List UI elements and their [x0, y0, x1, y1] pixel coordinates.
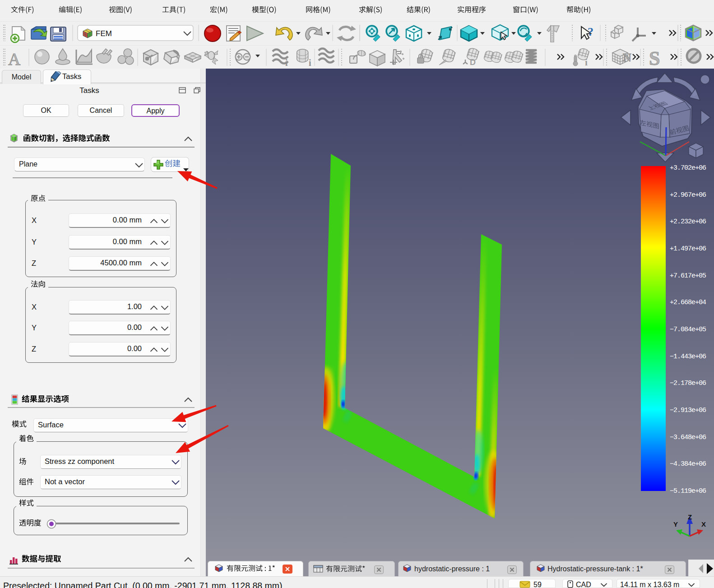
svg-text:i: i	[585, 57, 588, 68]
svg-text:D: D	[470, 58, 476, 67]
svg-text:i: i	[285, 58, 288, 68]
svg-text:Z: Z	[688, 513, 692, 521]
svg-text:Y: Y	[673, 520, 678, 528]
svg-text:S: S	[649, 47, 660, 69]
svg-text:X: X	[701, 520, 706, 528]
svg-text:FEM: FEM	[96, 29, 112, 38]
svg-text:A: A	[8, 50, 21, 69]
svg-text:?: ?	[588, 25, 593, 38]
svg-text:i: i	[309, 58, 311, 68]
svg-text:N: N	[623, 51, 631, 64]
